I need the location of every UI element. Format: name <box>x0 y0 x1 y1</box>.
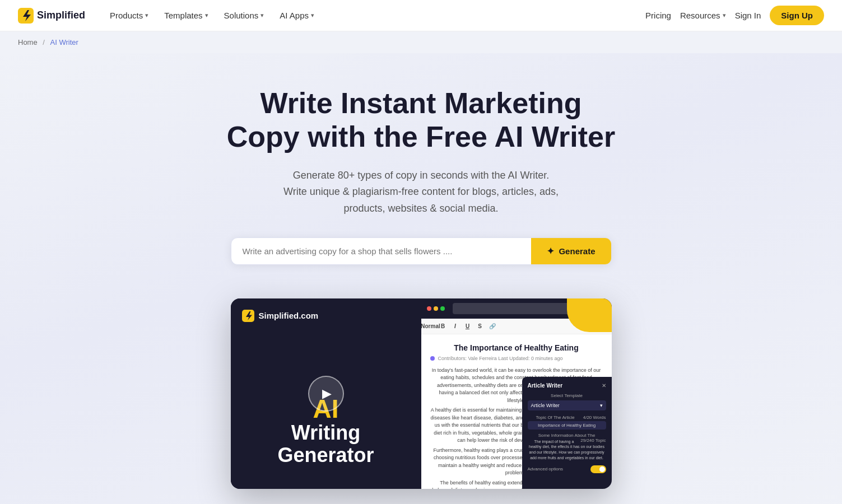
hero-subtitle: Generate 80+ types of copy in seconds wi… <box>259 167 584 217</box>
ai-panel-info-label: Some Information About The 29/240 Topic <box>528 433 606 438</box>
generate-button[interactable]: ✦ Generate <box>531 238 611 264</box>
ai-panel-header: Article Writer ✕ <box>528 382 606 389</box>
breadcrumb: Home / AI Writer <box>0 31 842 53</box>
format-underline[interactable]: U <box>463 321 473 331</box>
toolbar-dots <box>427 306 445 311</box>
article-title: The Importance of Healthy Eating <box>430 343 603 352</box>
ai-panel-template-select[interactable]: Article Writer ▾ <box>528 400 606 410</box>
video-container: Simplified.com AI WritingGenerator ▶ <box>231 298 612 489</box>
video-right-panel: Normal B I U S 🔗 482 Words The Importanc… <box>421 298 612 489</box>
ai-panel-template-label: Select Template <box>528 393 606 398</box>
resources-chevron-icon: ▾ <box>723 12 726 19</box>
search-input[interactable] <box>231 238 532 264</box>
toolbar-close-dot <box>427 306 431 311</box>
ai-panel: Article Writer ✕ Select Template Article… <box>522 377 612 489</box>
advanced-toggle[interactable] <box>590 465 606 473</box>
video-left-panel: Simplified.com AI WritingGenerator ▶ <box>231 298 421 489</box>
article-meta-text: Contributors: Vale Ferreira Last Updated… <box>438 356 563 361</box>
format-bold[interactable]: B <box>438 321 448 331</box>
format-normal[interactable]: Normal <box>426 321 436 331</box>
article-meta-dot <box>430 356 435 361</box>
nav-resources[interactable]: Resources ▾ <box>680 11 726 20</box>
article-meta: Contributors: Vale Ferreira Last Updated… <box>430 356 603 361</box>
logo-icon <box>18 8 34 24</box>
nav-item-ai-apps[interactable]: AI Apps ▾ <box>273 6 321 25</box>
advanced-options-label: Advanced options <box>528 466 564 472</box>
video-logo-icon <box>242 310 254 322</box>
logo-text: Simplified <box>37 10 85 21</box>
nav-item-products[interactable]: Products ▾ <box>103 6 155 25</box>
nav-item-templates[interactable]: Templates ▾ <box>157 6 215 25</box>
toolbar-expand-dot <box>440 306 445 311</box>
video-play-button[interactable]: ▶ <box>308 376 344 412</box>
breadcrumb-separator: / <box>43 38 45 46</box>
ai-panel-topic-label: Topic Of The Article 4/20 Words <box>528 415 606 420</box>
ai-apps-chevron-icon: ▾ <box>311 12 314 19</box>
nav-pricing[interactable]: Pricing <box>645 11 671 20</box>
video-logo-text: Simplified.com <box>259 311 319 320</box>
nav-signin[interactable]: Sign In <box>735 11 761 20</box>
toggle-thumb <box>599 466 605 472</box>
breadcrumb-current: AI Writer <box>50 38 78 46</box>
video-logo-area: Simplified.com <box>242 310 319 322</box>
hero-title: Write Instant Marketing Copy with the Fr… <box>225 87 617 154</box>
navbar: Simplified Products ▾ Templates ▾ Soluti… <box>0 0 842 31</box>
logo-link[interactable]: Simplified <box>18 8 85 24</box>
solutions-chevron-icon: ▾ <box>260 12 264 19</box>
hero-subtitle-line1: Generate 80+ types of copy in seconds wi… <box>293 170 549 181</box>
nav-item-solutions[interactable]: Solutions ▾ <box>217 6 271 25</box>
hero-subtitle-line3: products, websites & social media. <box>343 203 498 214</box>
generate-icon: ✦ <box>547 246 554 256</box>
signup-button[interactable]: Sign Up <box>770 6 824 25</box>
ai-panel-title: Article Writer <box>528 382 563 389</box>
templates-chevron-icon: ▾ <box>205 12 208 19</box>
toolbar-minimize-dot <box>434 306 438 311</box>
breadcrumb-home[interactable]: Home <box>18 38 38 46</box>
search-bar: ✦ Generate <box>231 237 612 265</box>
format-italic[interactable]: I <box>450 321 460 331</box>
video-section: Simplified.com AI WritingGenerator ▶ <box>220 298 623 504</box>
nav-right: Pricing Resources ▾ Sign In Sign Up <box>645 6 824 25</box>
format-strike[interactable]: S <box>475 321 485 331</box>
products-chevron-icon: ▾ <box>145 12 148 19</box>
ai-panel-toggle-row: Advanced options <box>528 465 606 473</box>
ai-panel-topic-field[interactable]: Importance of Healthy Eating <box>528 421 606 430</box>
hero-section: Write Instant Marketing Copy with the Fr… <box>0 53 842 504</box>
play-icon: ▶ <box>322 386 332 401</box>
ai-panel-close-icon[interactable]: ✕ <box>602 382 606 389</box>
video-title-rest: WritingGenerator <box>248 422 404 466</box>
article-content: The Importance of Healthy Eating Contrib… <box>421 334 612 489</box>
nav-links: Products ▾ Templates ▾ Solutions ▾ AI Ap… <box>103 6 645 25</box>
hero-subtitle-line2: Write unique & plagiarism-free content f… <box>283 186 559 197</box>
format-link[interactable]: 🔗 <box>487 321 497 331</box>
video-inner: Simplified.com AI WritingGenerator ▶ <box>231 298 612 489</box>
